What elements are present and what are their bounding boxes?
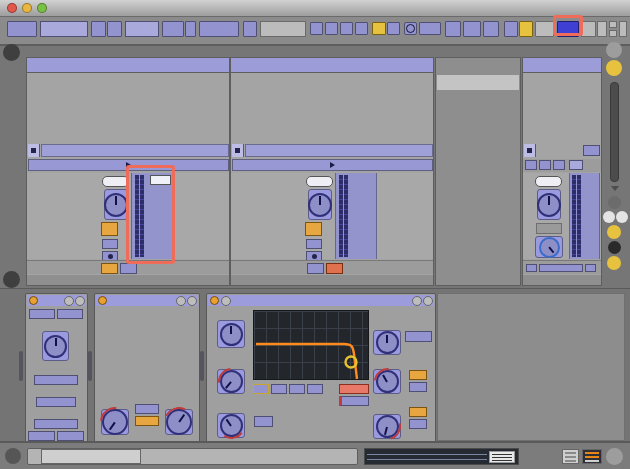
track-1-activator-button[interactable] bbox=[101, 222, 118, 236]
cue-volume-knob[interactable] bbox=[539, 237, 560, 258]
arrangement-overview[interactable] bbox=[364, 448, 519, 465]
save-preset-icon[interactable] bbox=[187, 296, 197, 306]
clip-view-toggle[interactable] bbox=[562, 449, 579, 464]
draw-mode-button[interactable] bbox=[504, 21, 518, 37]
show-returns-toggle[interactable] bbox=[616, 211, 628, 223]
scroll-down-icon[interactable] bbox=[611, 186, 619, 191]
computer-midi-keyboard-button[interactable] bbox=[519, 21, 533, 37]
phase-left-button[interactable] bbox=[28, 431, 55, 441]
save-preset-icon[interactable] bbox=[75, 296, 85, 306]
show-sends-toggle[interactable] bbox=[603, 211, 615, 223]
track-2-volume-field[interactable] bbox=[306, 176, 333, 187]
freq-hi-knob[interactable] bbox=[166, 409, 192, 435]
crossfade-a-zone[interactable] bbox=[526, 264, 537, 272]
back-to-arrangement-button[interactable] bbox=[387, 22, 400, 35]
mute-button[interactable] bbox=[29, 309, 55, 319]
show-browser-toggle[interactable] bbox=[3, 44, 20, 61]
release-knob-panel[interactable] bbox=[217, 413, 245, 438]
lfo-amount-knob[interactable] bbox=[376, 331, 399, 354]
spin-mode-button[interactable] bbox=[409, 419, 427, 429]
master-volume-field[interactable] bbox=[535, 176, 562, 187]
punch-out-button[interactable] bbox=[483, 21, 499, 37]
show-io-toggle[interactable] bbox=[608, 196, 621, 209]
quantization-menu[interactable] bbox=[199, 21, 239, 37]
track-2-crossfade-b-button[interactable] bbox=[326, 263, 343, 274]
device-on-button[interactable] bbox=[210, 296, 219, 305]
lfo-phase-knob[interactable] bbox=[376, 415, 399, 438]
close-window-button[interactable] bbox=[7, 3, 17, 13]
amount-knob-panel[interactable] bbox=[373, 330, 401, 355]
hot-swap-icon[interactable] bbox=[64, 296, 74, 306]
record-button[interactable] bbox=[340, 22, 353, 35]
drop-files-zone[interactable] bbox=[435, 57, 521, 286]
fold-device-icon[interactable] bbox=[221, 296, 231, 306]
master-header[interactable] bbox=[523, 58, 601, 73]
filter-frequency-display[interactable] bbox=[253, 310, 369, 380]
track-2-activator-button[interactable] bbox=[305, 222, 322, 236]
punch-in-button[interactable] bbox=[445, 21, 461, 37]
metronome-button[interactable] bbox=[162, 21, 184, 37]
loop-button[interactable] bbox=[463, 21, 481, 37]
metronome-menu-icon[interactable] bbox=[185, 21, 196, 37]
tap-tempo-button[interactable] bbox=[7, 21, 37, 37]
stop-all-clips-button[interactable] bbox=[524, 144, 536, 157]
filter-frequency-field[interactable] bbox=[339, 384, 369, 394]
scene-select-field[interactable] bbox=[569, 160, 583, 170]
lfo-shape-menu[interactable] bbox=[405, 331, 432, 342]
attack-knob[interactable] bbox=[220, 370, 243, 393]
play-button[interactable] bbox=[310, 22, 323, 35]
track-1-pan-knob[interactable] bbox=[104, 193, 128, 217]
crossfade-b-zone[interactable] bbox=[585, 264, 596, 272]
filter-type-lowpass-button[interactable] bbox=[253, 384, 269, 394]
mapping-mode-menu[interactable] bbox=[41, 449, 141, 464]
rate-knob-panel[interactable] bbox=[373, 369, 401, 394]
clip-stop-button[interactable] bbox=[232, 144, 244, 157]
device-chain-grip[interactable] bbox=[200, 351, 204, 381]
track-1-fader[interactable] bbox=[131, 173, 173, 259]
filter-type-highpass-button[interactable] bbox=[271, 384, 287, 394]
midi-map-button[interactable] bbox=[557, 21, 579, 37]
device-on-button[interactable] bbox=[98, 296, 107, 305]
phase-mode-button[interactable] bbox=[409, 407, 427, 417]
phase-knob-panel[interactable] bbox=[373, 414, 401, 439]
freq-hi-knob-panel[interactable] bbox=[165, 409, 193, 435]
clip-stop-button[interactable] bbox=[28, 144, 40, 157]
track-2-header[interactable] bbox=[231, 58, 433, 73]
freq-low-knob-panel[interactable] bbox=[101, 409, 129, 435]
minimize-window-button[interactable] bbox=[22, 3, 32, 13]
gain-knob-panel[interactable] bbox=[42, 331, 69, 361]
q-resonance-field[interactable] bbox=[339, 396, 369, 406]
io-section-toggle[interactable] bbox=[606, 42, 622, 58]
master-fader[interactable] bbox=[569, 173, 600, 259]
device-chain-grip[interactable] bbox=[19, 351, 23, 381]
session-record-button[interactable] bbox=[404, 22, 417, 35]
save-preset-icon[interactable] bbox=[423, 296, 433, 306]
filter-type-bandpass-button[interactable] bbox=[289, 384, 305, 394]
scene-down-button[interactable] bbox=[553, 160, 565, 170]
dc-button[interactable] bbox=[57, 309, 83, 319]
track-1-crossfade-b-button[interactable] bbox=[120, 263, 137, 274]
crossfader-slider[interactable] bbox=[539, 264, 583, 272]
hot-swap-icon[interactable] bbox=[176, 296, 186, 306]
track-2-pan-panel[interactable] bbox=[308, 189, 332, 220]
track-2-fader[interactable] bbox=[335, 173, 377, 259]
rate-hz-button[interactable] bbox=[409, 370, 427, 380]
track-1-solo-button[interactable] bbox=[102, 239, 118, 249]
panorama-slider[interactable] bbox=[36, 397, 76, 407]
show-detail-view-toggle[interactable] bbox=[606, 448, 623, 465]
zoom-window-button[interactable] bbox=[37, 3, 47, 13]
track-2-crossfade-a-button[interactable] bbox=[307, 263, 324, 274]
show-crossfader-toggle[interactable] bbox=[607, 256, 621, 270]
track-1-header[interactable] bbox=[27, 58, 229, 73]
master-pan-panel[interactable] bbox=[537, 189, 561, 220]
tempo-field[interactable] bbox=[40, 21, 88, 37]
quantize-on-button[interactable] bbox=[254, 416, 273, 427]
track-2-solo-button[interactable] bbox=[306, 239, 322, 249]
track-1-crossfade-a-button[interactable] bbox=[101, 263, 118, 274]
time-signature-field[interactable] bbox=[125, 21, 159, 37]
device-view-toggle[interactable] bbox=[582, 449, 602, 464]
filter-type-notch-button[interactable] bbox=[307, 384, 323, 394]
scene-launch-button[interactable] bbox=[525, 160, 537, 170]
master-pan-knob[interactable] bbox=[537, 193, 561, 217]
release-knob[interactable] bbox=[220, 414, 243, 437]
